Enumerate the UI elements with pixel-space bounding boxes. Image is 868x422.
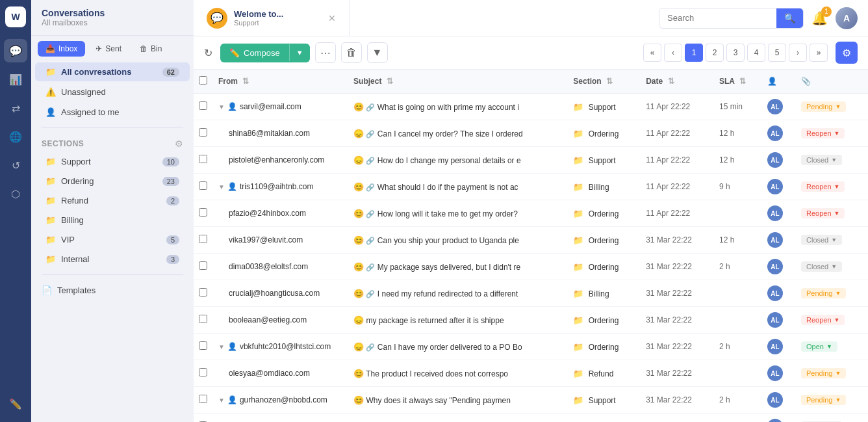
nav-item-section-vip[interactable]: 📁 VIP 5 <box>35 230 190 249</box>
table-row[interactable]: dima0038@eloltsf.com 😊 🔗 My package says… <box>194 254 868 280</box>
toolbar-menu-button[interactable]: ⋯ <box>315 42 336 63</box>
page-first-button[interactable]: « <box>643 44 661 62</box>
row-checkbox[interactable] <box>199 261 207 270</box>
from-address: sarvil@email.com <box>240 102 301 111</box>
nav-item-section-refund[interactable]: 📁 Refund 2 <box>35 191 190 210</box>
expand-icon[interactable]: ▼ <box>218 343 225 350</box>
status-badge[interactable]: Pending ▼ <box>801 395 846 405</box>
page-1-button[interactable]: 1 <box>685 44 703 62</box>
toolbar-delete-button[interactable]: 🗑 <box>341 42 362 63</box>
row-checkbox[interactable] <box>199 128 207 137</box>
compose-dropdown-arrow[interactable]: ▼ <box>289 44 310 61</box>
table-row[interactable]: ▼ 👤 tris1109@aihtnb.com 😊 🔗 What should … <box>194 174 868 200</box>
tab-close-icon[interactable]: ✕ <box>328 13 336 23</box>
tab-bin[interactable]: 🗑 Bin <box>132 41 170 57</box>
nav-item-templates[interactable]: 📄 Templates <box>31 280 194 300</box>
status-badge[interactable]: Pending ▼ <box>801 368 846 378</box>
row-checkbox[interactable] <box>199 368 207 376</box>
table-row[interactable]: crucialj@hoangticusa.com 😊 🔗 I need my r… <box>194 280 868 307</box>
nav-icon-history[interactable]: ↺ <box>4 153 27 177</box>
notifications-button[interactable]: 🔔 1 <box>811 10 828 26</box>
status-badge[interactable]: Closed ▼ <box>801 261 842 272</box>
row-sla-cell: 12 h <box>714 227 762 254</box>
nav-item-assigned-to-me[interactable]: 👤 Assigned to me <box>35 103 190 122</box>
expand-icon[interactable]: ▼ <box>218 397 225 404</box>
status-badge[interactable]: Reopen ▼ <box>801 181 845 192</box>
page-5-button[interactable]: 5 <box>768 44 786 62</box>
tab-sent[interactable]: ✈ Sent <box>88 41 129 57</box>
contact-icon: 👤 <box>227 182 237 191</box>
row-checkbox[interactable] <box>199 181 207 190</box>
sections-gear-icon[interactable]: ⚙ <box>175 138 183 149</box>
nav-icon-chart[interactable]: 📊 <box>4 68 27 91</box>
col-section: Section ⇅ <box>568 70 641 94</box>
section-folder-icon: 📁 <box>573 155 583 165</box>
expand-icon[interactable]: ▼ <box>218 183 225 191</box>
status-badge[interactable]: Pending ▼ <box>801 101 846 112</box>
table-row[interactable]: pfazio@24hinbox.com 😊 🔗 How long will it… <box>194 200 868 227</box>
status-badge[interactable]: Closed ▼ <box>801 155 842 165</box>
row-checkbox[interactable] <box>199 288 207 297</box>
subject-sort-icon[interactable]: ⇅ <box>387 77 393 86</box>
tab-inbox[interactable]: 📥 Inbox <box>38 41 85 57</box>
table-row[interactable]: ▼ 👤 nutsactor@ebarg.net 😊 Why is the ord… <box>194 414 868 423</box>
date-sort-icon[interactable]: ⇅ <box>668 77 674 86</box>
table-settings-button[interactable]: ⚙ <box>836 42 858 64</box>
status-badge[interactable]: Reopen ▼ <box>801 128 845 138</box>
section-folder-icon: 📁 <box>573 235 583 245</box>
section-sort-icon[interactable]: ⇅ <box>606 77 613 86</box>
table-row[interactable]: ▼ 👤 vbkfuhtc2010@lhtstci.com 😞 🔗 Can I h… <box>194 334 868 360</box>
row-checkbox[interactable] <box>199 341 207 350</box>
status-badge[interactable]: Reopen ▼ <box>801 315 845 325</box>
page-next-button[interactable]: › <box>789 44 807 62</box>
header-right: 🔍 🔔 1 A <box>648 7 868 29</box>
toolbar-filter-button[interactable]: ▼ <box>367 42 388 63</box>
table-row[interactable]: booleaan@eetieg.com 😞 my package is retu… <box>194 307 868 334</box>
nav-item-unassigned[interactable]: ⚠️ Unassigned <box>35 83 190 101</box>
status-badge[interactable]: Open ▼ <box>801 341 837 352</box>
nav-item-all-conversations[interactable]: 📁 All convresations 62 <box>35 62 190 81</box>
page-2-button[interactable]: 2 <box>706 44 724 62</box>
page-prev-button[interactable]: ‹ <box>664 44 682 62</box>
row-checkbox[interactable] <box>199 208 207 217</box>
from-sort-icon[interactable]: ⇅ <box>242 77 249 86</box>
status-badge[interactable]: Reopen ▼ <box>801 208 845 218</box>
table-row[interactable]: ▼ 👤 gurhanozen@nbobd.com 😊 Why does it a… <box>194 387 868 414</box>
status-badge[interactable]: Pending ▼ <box>801 288 846 298</box>
row-checkbox[interactable] <box>199 235 207 243</box>
row-checkbox[interactable] <box>199 315 207 323</box>
status-badge[interactable]: Closed ▼ <box>801 235 842 245</box>
table-row[interactable]: ▼ 👤 sarvil@email.com 😊 🔗 What is going o… <box>194 94 868 120</box>
assignee-avatar: AL <box>767 205 783 221</box>
nav-item-section-billing[interactable]: 📁 Billing <box>35 211 190 230</box>
compose-main[interactable]: ✏️ Compose <box>220 44 289 62</box>
compose-button[interactable]: ✏️ Compose ▼ <box>220 44 310 62</box>
nav-item-section-support[interactable]: 📁 Support 10 <box>35 152 190 171</box>
nav-icon-globe[interactable]: 🌐 <box>4 125 27 148</box>
nav-item-section-ordering[interactable]: 📁 Ordering 23 <box>35 172 190 191</box>
page-last-button[interactable]: » <box>810 44 828 62</box>
nav-icon-layers[interactable]: ⬡ <box>4 182 27 205</box>
page-3-button[interactable]: 3 <box>726 44 745 62</box>
sla-sort-icon[interactable]: ⇅ <box>739 77 746 86</box>
nav-icon-pencil[interactable]: ✏️ <box>4 392 27 415</box>
nav-icon-shuffle[interactable]: ⇄ <box>4 96 27 120</box>
table-row[interactable]: vika1997@eluvit.com 😊 🔗 Can you ship you… <box>194 227 868 254</box>
table-row[interactable]: shina86@mitakian.com 😞 🔗 Can I cancel my… <box>194 120 868 147</box>
select-all-checkbox[interactable] <box>199 76 207 85</box>
nav-item-section-internal[interactable]: 📁 Internal 3 <box>35 250 190 269</box>
row-subject-cell: 😞 🔗 Can I cancel my order? The size I or… <box>348 120 568 147</box>
table-row[interactable]: pistolet@enhanceronly.com 😞 🔗 How do I c… <box>194 147 868 174</box>
row-checkbox[interactable] <box>199 101 207 110</box>
table-row[interactable]: olesyaa@omdiaco.com 😊 The product I rece… <box>194 360 868 387</box>
search-button[interactable]: 🔍 <box>776 8 803 28</box>
page-4-button[interactable]: 4 <box>747 44 765 62</box>
refresh-icon[interactable]: ↻ <box>204 47 212 59</box>
row-checkbox[interactable] <box>199 155 207 163</box>
search-input[interactable] <box>659 9 776 27</box>
expand-icon[interactable]: ▼ <box>218 103 225 111</box>
row-avatar-cell: AL <box>762 120 796 147</box>
user-avatar[interactable]: A <box>836 7 858 29</box>
nav-icon-chat[interactable]: 💬 <box>4 39 27 62</box>
row-checkbox[interactable] <box>199 395 207 403</box>
